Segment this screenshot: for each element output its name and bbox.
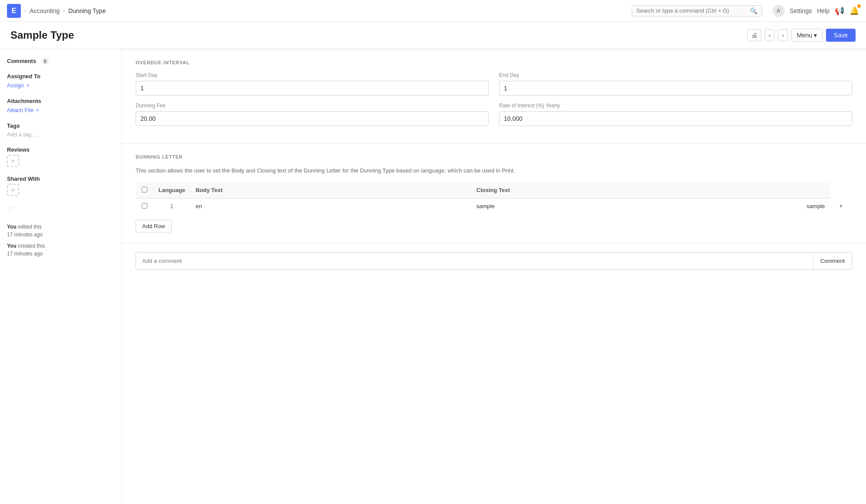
search-bar[interactable]: 🔍 [632, 5, 762, 17]
layout: Comments 0 Assigned To Assign ＋ Attachme… [0, 49, 866, 504]
start-day-label: Start Day [136, 72, 489, 78]
row-checkbox-0[interactable] [142, 203, 147, 209]
reviews-label: Reviews [7, 146, 114, 153]
add-review-button[interactable]: ＋ [7, 155, 19, 167]
breadcrumb-chevron-1: › [24, 8, 26, 14]
overdue-interval-section: OVERDUE INTERVAL Start Day End Day Dunni… [122, 50, 866, 144]
sidebar-attachments: Attachments Attach File ＋ [7, 98, 114, 114]
row-num: 1 [153, 198, 190, 214]
dunning-fee-group: Dunning Fee [136, 103, 489, 126]
end-day-group: End Day [499, 72, 852, 96]
row-body-text: sample [471, 198, 802, 214]
start-day-group: Start Day [136, 72, 489, 96]
end-day-label: End Day [499, 72, 852, 78]
search-icon: 🔍 [750, 7, 757, 14]
save-button[interactable]: Save [826, 29, 856, 42]
end-day-input[interactable] [499, 81, 852, 96]
sidebar-comments: Comments 0 [7, 58, 114, 64]
avatar[interactable]: A [773, 5, 785, 17]
assign-plus-icon: ＋ [25, 81, 31, 89]
breadcrumb-chevron-2: › [63, 8, 65, 14]
dunning-fee-label: Dunning Fee [136, 103, 489, 109]
start-end-day-row: Start Day End Day [136, 72, 852, 96]
fee-rate-row: Dunning Fee Rate of Interest (%) Yearly [136, 103, 852, 126]
table-row: 1 en sample sample ▾ [136, 198, 852, 214]
announcements-icon[interactable]: 📢 [835, 6, 844, 16]
prev-button[interactable]: ‹ [765, 29, 775, 41]
header-closing-text: Closing Text [471, 182, 802, 198]
sidebar-tags: Tags Add a tag ... [7, 123, 114, 138]
add-shared-button[interactable]: ＋ [7, 184, 19, 196]
row-checkbox-cell [136, 198, 153, 214]
search-input[interactable] [636, 7, 748, 14]
settings-button[interactable]: Settings [790, 7, 812, 14]
assigned-to-label: Assigned To [7, 73, 114, 80]
breadcrumb-dunning-type: Dunning Type [68, 7, 106, 14]
help-button[interactable]: Help [817, 7, 829, 14]
comments-label: Comments 0 [7, 58, 114, 64]
page-title: Sample Type [10, 29, 74, 41]
header-language: Language [153, 182, 190, 198]
row-dropdown-button[interactable]: ▾ [839, 202, 843, 209]
header-checkbox-cell [136, 182, 153, 198]
assign-button[interactable]: Assign ＋ [7, 81, 31, 89]
top-nav: E › Accounting › Dunning Type 🔍 A Settin… [0, 0, 866, 22]
tags-label: Tags [7, 123, 114, 129]
select-all-checkbox[interactable] [142, 187, 147, 192]
menu-chevron-icon: ▾ [814, 32, 817, 39]
nav-right: A Settings Help 📢 🔔 [773, 5, 859, 17]
comment-box: Comment [136, 252, 852, 270]
attach-plus-icon: ＋ [35, 106, 40, 114]
overdue-interval-label: OVERDUE INTERVAL [136, 60, 852, 65]
comment-submit-button[interactable]: Comment [813, 252, 852, 269]
dunning-letter-desc: This section allows the user to set the … [136, 166, 852, 175]
comment-section: Comment [122, 243, 866, 279]
add-row-button[interactable]: Add Row [136, 220, 172, 232]
page-header: Sample Type 🖨 ‹ › Menu ▾ Save [0, 22, 866, 49]
dunning-letter-label: DUNNING LETTER [136, 154, 852, 159]
menu-button[interactable]: Menu ▾ [791, 29, 823, 42]
attachments-label: Attachments [7, 98, 114, 104]
breadcrumb-accounting[interactable]: Accounting [30, 7, 60, 14]
notification-badge [857, 4, 861, 8]
heart-icon[interactable]: ♡ [7, 205, 114, 214]
rate-input[interactable] [499, 111, 852, 126]
app-logo: E [7, 4, 21, 18]
attach-file-button[interactable]: Attach File ＋ [7, 106, 40, 114]
rate-label: Rate of Interest (%) Yearly [499, 103, 852, 109]
main-content: OVERDUE INTERVAL Start Day End Day Dunni… [122, 49, 866, 504]
comment-input[interactable] [136, 252, 813, 269]
comments-count: 0 [41, 58, 49, 64]
sidebar-reviews: Reviews ＋ [7, 146, 114, 167]
dunning-letter-section: DUNNING LETTER This section allows the u… [122, 144, 866, 243]
notifications-icon[interactable]: 🔔 [849, 6, 859, 16]
print-button[interactable]: 🖨 [747, 29, 761, 41]
row-language: en [190, 198, 471, 214]
next-button[interactable]: › [778, 29, 788, 41]
start-day-input[interactable] [136, 81, 489, 96]
table-header-row: Language Body Text Closing Text [136, 182, 852, 198]
dunning-fee-input[interactable] [136, 111, 489, 126]
header-actions: 🖨 ‹ › Menu ▾ Save [747, 29, 856, 42]
timeline-entry-created: You created this 17 minutes ago [7, 242, 114, 258]
row-action-cell: ▾ [830, 198, 852, 214]
dunning-letter-table: Language Body Text Closing Text 1 en sam… [136, 182, 852, 215]
header-body-text: Body Text [190, 182, 471, 198]
header-action-cell [802, 182, 830, 198]
add-tag-link[interactable]: Add a tag ... [7, 131, 37, 138]
sidebar-shared-with: Shared With ＋ [7, 176, 114, 196]
shared-with-label: Shared With [7, 176, 114, 182]
sidebar-timeline: You edited this 17 minutes ago You creat… [7, 223, 114, 258]
rate-group: Rate of Interest (%) Yearly [499, 103, 852, 126]
row-closing-text: sample [802, 198, 830, 214]
timeline-entry-edited: You edited this 17 minutes ago [7, 223, 114, 239]
sidebar-assigned-to: Assigned To Assign ＋ [7, 73, 114, 89]
sidebar: Comments 0 Assigned To Assign ＋ Attachme… [0, 49, 122, 504]
